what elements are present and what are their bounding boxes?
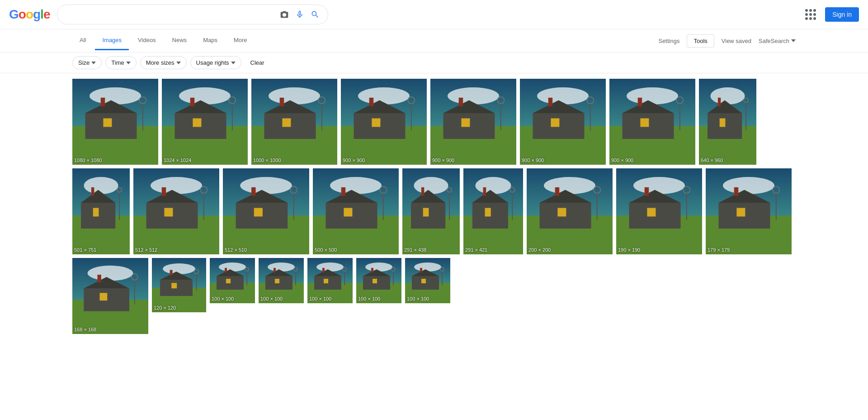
svg-rect-6 xyxy=(103,118,112,127)
image-thumbnail[interactable]: 500 × 500 xyxy=(313,168,399,254)
svg-rect-33 xyxy=(372,118,380,127)
image-thumbnail[interactable]: 179 × 179 xyxy=(706,168,792,254)
camera-search-button[interactable] xyxy=(279,9,290,20)
image-thumbnail[interactable]: 120 × 120 xyxy=(152,258,206,312)
svg-point-19 xyxy=(269,87,320,105)
image-thumbnail[interactable]: 200 × 200 xyxy=(527,168,613,254)
image-size-label: 200 × 200 xyxy=(528,247,551,253)
time-chevron-icon xyxy=(126,61,131,65)
svg-point-73 xyxy=(84,177,118,194)
image-thumbnail[interactable]: 291 × 421 xyxy=(463,168,523,254)
svg-rect-132 xyxy=(557,208,566,216)
svg-rect-95 xyxy=(251,187,256,196)
image-thumbnail[interactable]: 100 × 100 xyxy=(259,258,304,303)
safesearch-dropdown[interactable]: SafeSearch xyxy=(759,38,796,44)
header: Google aldo leopold quotes on nature Sig… xyxy=(0,0,868,29)
image-thumbnail[interactable]: 512 × 512 xyxy=(133,168,219,254)
nav-item-all[interactable]: All xyxy=(72,31,93,50)
nav-item-videos[interactable]: Videos xyxy=(131,31,163,50)
clear-filters-link[interactable]: Clear xyxy=(245,57,270,69)
tools-button[interactable]: Tools xyxy=(687,34,714,48)
image-size-label: 1000 × 1000 xyxy=(253,158,281,163)
time-filter-button[interactable]: Time xyxy=(105,56,136,69)
svg-rect-87 xyxy=(164,208,173,216)
image-thumbnail[interactable]: 512 × 510 xyxy=(223,168,309,254)
image-thumbnail[interactable]: 900 × 900 xyxy=(341,79,427,165)
svg-point-163 xyxy=(163,263,195,274)
image-thumbnail[interactable]: 291 × 438 xyxy=(402,168,460,254)
image-size-label: 1024 × 1024 xyxy=(164,158,191,163)
nav-right: Settings Tools View saved SafeSearch xyxy=(658,34,796,48)
svg-rect-212 xyxy=(420,268,422,272)
svg-rect-69 xyxy=(720,118,726,127)
nav-item-news[interactable]: News xyxy=(165,31,194,50)
search-button[interactable] xyxy=(310,9,321,20)
svg-rect-68 xyxy=(718,98,721,106)
image-thumbnail[interactable]: 900 × 900 xyxy=(520,79,606,165)
svg-point-181 xyxy=(268,262,295,272)
svg-rect-24 xyxy=(282,118,291,127)
svg-rect-140 xyxy=(645,187,649,196)
more-sizes-filter-label: More sizes xyxy=(146,59,175,66)
nav-item-more[interactable]: More xyxy=(226,31,255,50)
image-grid: 1080 × 10801024 × 10241000 × 1000900 × 9… xyxy=(0,73,868,343)
image-size-label: 100 × 100 xyxy=(260,296,283,301)
svg-rect-105 xyxy=(344,208,352,216)
image-thumbnail[interactable]: 501 × 751 xyxy=(72,168,130,254)
svg-rect-168 xyxy=(171,283,177,288)
image-thumbnail[interactable]: 900 × 900 xyxy=(609,79,695,165)
image-thumbnail[interactable]: 100 × 100 xyxy=(405,258,450,303)
image-size-label: 190 × 190 xyxy=(618,247,640,253)
image-thumbnail[interactable]: 190 × 190 xyxy=(616,168,702,254)
settings-link[interactable]: Settings xyxy=(658,38,679,44)
voice-search-button[interactable] xyxy=(294,9,305,20)
svg-rect-203 xyxy=(371,268,373,272)
svg-rect-204 xyxy=(373,279,377,283)
image-thumbnail[interactable]: 640 × 960 xyxy=(699,79,756,165)
svg-point-118 xyxy=(475,177,511,194)
image-thumbnail[interactable]: 1000 × 1000 xyxy=(251,79,337,165)
view-saved-link[interactable]: View saved xyxy=(722,38,751,44)
search-input[interactable]: aldo leopold quotes on nature xyxy=(65,10,274,19)
svg-rect-113 xyxy=(421,187,424,196)
svg-rect-150 xyxy=(736,208,745,216)
svg-point-127 xyxy=(544,177,595,194)
safesearch-chevron-icon xyxy=(791,38,796,43)
usage-rights-filter-button[interactable]: Usage rights xyxy=(190,56,241,69)
svg-rect-149 xyxy=(734,187,739,196)
svg-rect-185 xyxy=(274,268,276,272)
safesearch-label: SafeSearch xyxy=(759,38,789,44)
svg-point-136 xyxy=(633,177,685,194)
svg-rect-195 xyxy=(324,279,328,283)
image-size-label: 291 × 438 xyxy=(404,247,426,253)
size-filter-button[interactable]: Size xyxy=(72,56,102,69)
image-thumbnail[interactable]: 100 × 100 xyxy=(210,258,255,303)
nav-item-maps[interactable]: Maps xyxy=(196,31,225,50)
svg-point-190 xyxy=(316,262,344,272)
image-thumbnail[interactable]: 1024 × 1024 xyxy=(162,79,248,165)
apps-icon[interactable] xyxy=(803,7,818,22)
svg-rect-141 xyxy=(647,208,656,216)
image-row-3: 168 × 168120 × 120100 × 100100 × 100100 … xyxy=(72,258,796,334)
svg-rect-122 xyxy=(483,187,486,196)
image-thumbnail[interactable]: 168 × 168 xyxy=(72,258,148,334)
image-thumbnail[interactable]: 100 × 100 xyxy=(356,258,401,303)
svg-rect-131 xyxy=(555,187,560,196)
nav-item-images[interactable]: Images xyxy=(95,31,129,50)
sign-in-button[interactable]: Sign in xyxy=(825,7,859,22)
image-thumbnail[interactable]: 100 × 100 xyxy=(307,258,353,303)
svg-point-37 xyxy=(448,87,499,105)
time-filter-label: Time xyxy=(111,59,124,66)
image-thumbnail[interactable]: 1080 × 1080 xyxy=(72,79,158,165)
image-size-label: 100 × 100 xyxy=(407,296,429,301)
more-sizes-filter-button[interactable]: More sizes xyxy=(140,56,187,69)
svg-rect-177 xyxy=(226,279,231,283)
google-logo[interactable]: Google xyxy=(9,7,50,22)
image-thumbnail[interactable]: 900 × 900 xyxy=(430,79,516,165)
image-size-label: 179 × 179 xyxy=(708,247,730,253)
svg-rect-167 xyxy=(170,270,173,275)
image-size-label: 512 × 512 xyxy=(135,247,157,253)
svg-rect-59 xyxy=(638,98,642,106)
svg-point-1 xyxy=(90,87,141,105)
image-size-label: 100 × 100 xyxy=(212,296,234,301)
